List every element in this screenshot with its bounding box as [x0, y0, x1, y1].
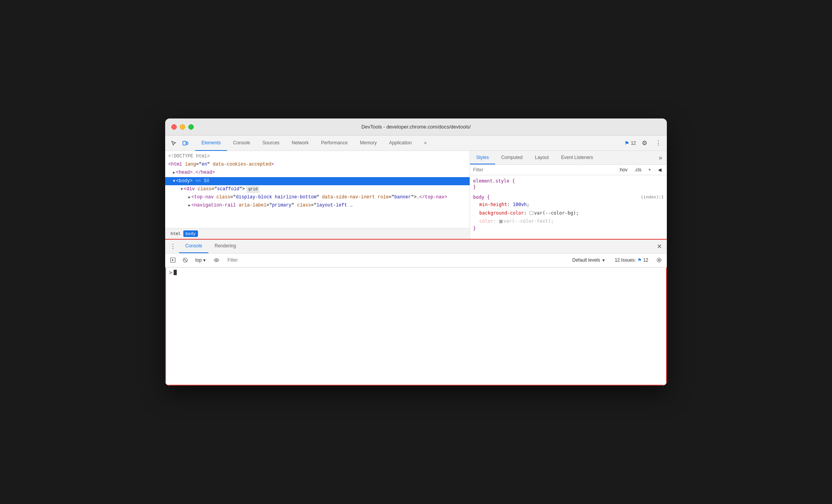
more-options-button[interactable]: ⋮ [653, 138, 664, 149]
console-cursor [174, 270, 177, 275]
hov-button[interactable]: :hov [616, 166, 630, 173]
devtools-window: DevTools - developer.chrome.com/docs/dev… [165, 118, 667, 386]
body-selector[interactable]: body { [473, 194, 490, 200]
inspect-element-button[interactable] [168, 138, 179, 149]
close-button[interactable] [171, 124, 177, 130]
maximize-button[interactable] [188, 124, 194, 130]
console-settings-button[interactable] [654, 255, 664, 265]
console-toolbar: top ▼ Default levels ▼ 12 Iss [165, 254, 667, 267]
elements-panel: <!DOCTYPE html> <html lang="en" data-coo… [165, 151, 470, 239]
dom-line-navrail[interactable]: ▶<navigation-rail aria-label="primary" c… [165, 201, 470, 210]
console-input-line: > [169, 269, 663, 276]
styles-tab-styles[interactable]: Styles [470, 151, 495, 164]
execute-button[interactable] [168, 255, 178, 265]
style-rule-body: body { (index):1 min-height: 100vh; back… [473, 194, 664, 231]
issues-icon: ⚑ [624, 140, 629, 146]
style-property-bgcolor[interactable]: background-color: var(--color-bg); [473, 209, 664, 218]
issues-btn-count: 12 [643, 257, 648, 263]
title-bar: DevTools - developer.chrome.com/docs/dev… [165, 118, 667, 135]
tab-performance[interactable]: Performance [315, 135, 354, 151]
svg-point-6 [658, 259, 660, 261]
tab-sources[interactable]: Sources [256, 135, 286, 151]
style-rule-element: element.style { } [473, 178, 664, 190]
dom-line-topnav[interactable]: ▶<top-nav class="display-block hairline-… [165, 193, 470, 201]
dom-line-scaffold[interactable]: ▼<div class="scaffold">grid [165, 185, 470, 193]
default-levels-button[interactable]: Default levels ▼ [569, 257, 609, 264]
context-label: top [195, 257, 202, 263]
drawer-header: ⋮ Console Rendering ✕ [165, 240, 667, 254]
color-swatch-bgcolor[interactable] [529, 211, 533, 215]
svg-line-4 [184, 259, 187, 262]
context-chevron-icon: ▼ [203, 258, 206, 262]
tab-elements[interactable]: Elements [195, 135, 227, 151]
dom-line-html[interactable]: <html lang="en" data-cookies-accepted> [165, 161, 470, 169]
drawer-close-button[interactable]: ✕ [654, 242, 664, 251]
console-drawer: ⋮ Console Rendering ✕ [165, 239, 667, 386]
console-content[interactable]: > [165, 267, 667, 386]
top-toolbar: Elements Console Sources Network Perform… [165, 135, 667, 151]
styles-filter-input[interactable] [473, 167, 613, 173]
drawer-tab-console[interactable]: Console [179, 239, 208, 253]
console-filter-container [224, 255, 566, 265]
style-property-color[interactable]: color: var(--color-text); [473, 217, 664, 226]
device-toolbar-button[interactable] [180, 138, 191, 149]
eye-button[interactable] [212, 255, 221, 265]
devtools-container: Elements Console Sources Network Perform… [165, 135, 667, 386]
cls-button[interactable]: .cls [632, 166, 644, 173]
tab-more[interactable]: » [418, 135, 433, 151]
style-property-minheight[interactable]: min-height: 100vh; [473, 201, 664, 209]
toolbar-right: ⚑ 12 ⚙ ⋮ [624, 138, 664, 149]
issues-badge[interactable]: ⚑ 12 [624, 140, 636, 146]
traffic-lights [171, 124, 194, 130]
svg-point-5 [216, 259, 217, 261]
main-content: <!DOCTYPE html> <html lang="en" data-coo… [165, 151, 667, 239]
add-style-button[interactable]: + [646, 166, 653, 173]
style-origin: (index):1 [641, 194, 664, 201]
main-tabs: Elements Console Sources Network Perform… [195, 135, 433, 151]
issues-button[interactable]: 12 Issues: ⚑ 12 [612, 257, 651, 264]
toolbar-icons [168, 138, 191, 149]
styles-tab-event-listeners[interactable]: Event Listeners [555, 151, 599, 164]
minimize-button[interactable] [180, 124, 185, 130]
dom-tree[interactable]: <!DOCTYPE html> <html lang="en" data-coo… [165, 151, 470, 228]
dom-line-head[interactable]: ▶<head>…</head> [165, 169, 470, 177]
dom-line-body[interactable]: ▼<body> == $0 [165, 177, 470, 185]
settings-button[interactable]: ⚙ [639, 138, 650, 149]
tab-application[interactable]: Application [383, 135, 418, 151]
tab-network[interactable]: Network [286, 135, 315, 151]
breadcrumb-html[interactable]: html [168, 230, 183, 237]
tab-console[interactable]: Console [227, 135, 256, 151]
drawer-tabs: Console Rendering [179, 239, 242, 253]
default-levels-chevron: ▼ [602, 258, 605, 262]
toggle-panel-button[interactable]: ◀ [656, 166, 664, 173]
style-rule-selector[interactable]: element.style { [473, 178, 664, 184]
console-prompt: > [169, 269, 172, 276]
breadcrumb: html body [165, 228, 470, 239]
dom-line-doctype: <!DOCTYPE html> [165, 152, 470, 161]
context-selector[interactable]: top ▼ [193, 257, 209, 264]
svg-rect-0 [183, 141, 186, 145]
issues-icon-btn: ⚑ [638, 257, 642, 263]
svg-rect-1 [186, 142, 188, 144]
default-levels-label: Default levels [572, 257, 600, 263]
breadcrumb-body[interactable]: body [183, 230, 198, 237]
styles-panel: Styles Computed Layout Event Listeners » [470, 151, 667, 239]
color-swatch-color[interactable] [499, 220, 503, 223]
styles-filter-bar: :hov .cls + ◀ [470, 165, 667, 175]
styles-content: element.style { } body { (index):1 min-h… [470, 175, 667, 239]
issues-count: 12 [631, 140, 636, 146]
styles-tabs: Styles Computed Layout Event Listeners » [470, 151, 667, 165]
styles-tab-layout[interactable]: Layout [529, 151, 555, 164]
styles-tab-computed[interactable]: Computed [495, 151, 529, 164]
drawer-menu-button[interactable]: ⋮ [168, 242, 178, 251]
console-filter-input[interactable] [225, 256, 566, 264]
tab-memory[interactable]: Memory [354, 135, 383, 151]
window-title: DevTools - developer.chrome.com/docs/dev… [361, 124, 470, 130]
drawer-tab-rendering[interactable]: Rendering [208, 239, 242, 253]
styles-tab-more[interactable]: » [654, 151, 667, 164]
clear-console-button[interactable] [181, 255, 190, 265]
issues-btn-label: 12 Issues: [615, 257, 636, 263]
styles-filter-actions: :hov .cls + ◀ [616, 166, 664, 173]
